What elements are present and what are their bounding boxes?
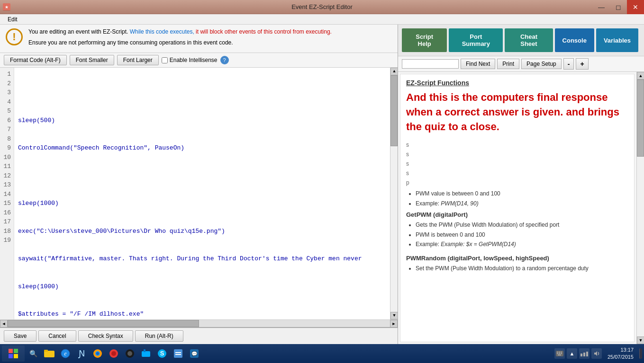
editor-toolbar: Format Code (Alt-F) Font Smaller Font La… bbox=[0, 53, 398, 68]
right-vscroll-down[interactable]: ▼ bbox=[637, 336, 644, 344]
code-line bbox=[18, 171, 386, 181]
right-toolbar: Script Help Port Summary Cheat Sheet Con… bbox=[398, 25, 644, 56]
svg-rect-30 bbox=[559, 353, 560, 354]
menu-edit[interactable]: Edit bbox=[4, 15, 21, 24]
taskbar-skype-icon[interactable]: S bbox=[154, 345, 170, 362]
code-editor[interactable]: 12345 678910 1112131415 16171819 sleep(5… bbox=[0, 68, 398, 319]
svg-rect-32 bbox=[558, 354, 561, 355]
taskbar-app9-icon[interactable] bbox=[171, 345, 186, 362]
vscroll-thumb[interactable] bbox=[390, 75, 398, 146]
menu-bar: Edit bbox=[0, 14, 644, 25]
code-line bbox=[18, 88, 386, 97]
info-button[interactable]: ? bbox=[220, 56, 229, 64]
find-next-button[interactable]: Find Next bbox=[461, 59, 495, 69]
variables-button[interactable]: Variables bbox=[596, 28, 638, 52]
warning-text: You are editing an event with EZ-Script.… bbox=[28, 27, 332, 47]
cheat-sheet-button[interactable]: Cheat Sheet bbox=[505, 28, 553, 52]
run-button[interactable]: Run (Alt-R) bbox=[135, 330, 183, 342]
minimize-button[interactable]: — bbox=[593, 0, 610, 14]
font-smaller-button[interactable]: Font Smaller bbox=[70, 55, 114, 65]
svg-point-11 bbox=[96, 352, 99, 355]
right-vscrollbar[interactable]: ▲ ▼ bbox=[636, 72, 644, 344]
svg-point-15 bbox=[127, 351, 132, 356]
console-button[interactable]: Console bbox=[555, 28, 594, 52]
getpwm-name: GetPWM (digitalPort) bbox=[406, 211, 628, 218]
network-icon[interactable] bbox=[579, 348, 590, 359]
vscroll-down-button[interactable]: ▼ bbox=[390, 312, 398, 319]
highlighted-comment: And this is the computers final response… bbox=[406, 90, 628, 134]
show-desktop-button[interactable] bbox=[639, 348, 642, 359]
zoom-in-button[interactable]: + bbox=[576, 58, 588, 70]
warning-bar: ! You are editing an event with EZ-Scrip… bbox=[0, 25, 398, 53]
clock-time: 13:17 bbox=[608, 346, 634, 354]
line-numbers: 12345 678910 1112131415 16171819 bbox=[0, 68, 14, 319]
format-code-button[interactable]: Format Code (Alt-F) bbox=[4, 55, 67, 65]
taskbar-app3-icon[interactable]: Ɲ bbox=[74, 345, 89, 362]
clock-date: 25/07/2015 bbox=[608, 354, 634, 361]
cancel-button[interactable]: Cancel bbox=[38, 330, 76, 342]
search-input[interactable] bbox=[402, 59, 459, 69]
right-content-area: EZ-Script Functions And this is the comp… bbox=[398, 72, 644, 344]
keyboard-icon[interactable] bbox=[554, 348, 565, 359]
hscroll-right-button[interactable]: ► bbox=[390, 320, 398, 328]
pwmrandom-section: PWMRandom (digitalPort, lowSpeed, highSp… bbox=[406, 255, 628, 273]
save-button[interactable]: Save bbox=[4, 330, 36, 342]
taskbar-firefox-icon[interactable] bbox=[90, 345, 105, 362]
svg-rect-1 bbox=[14, 349, 18, 353]
taskbar-app5-icon[interactable] bbox=[106, 345, 121, 362]
font-larger-button[interactable]: Font Larger bbox=[117, 55, 159, 65]
chevron-up-icon[interactable]: ▲ bbox=[567, 348, 577, 359]
page-setup-button[interactable]: Page Setup bbox=[521, 59, 562, 69]
taskbar-app7-icon[interactable] bbox=[138, 345, 154, 362]
code-hscrollbar[interactable]: ◄ ► bbox=[0, 319, 398, 327]
svg-rect-31 bbox=[561, 353, 562, 354]
main-area: ! You are editing an event with EZ-Scrip… bbox=[0, 25, 644, 344]
warning-line2: Ensure you are not performing any time c… bbox=[28, 38, 332, 47]
vscroll-up-button[interactable]: ▲ bbox=[390, 68, 398, 75]
right-vscroll-track[interactable] bbox=[637, 80, 644, 336]
taskbar-ie-icon[interactable]: e bbox=[58, 345, 73, 362]
code-line: saywait("Affirmative, master. Thats righ… bbox=[18, 254, 386, 264]
pwmrandom-name: PWMRandom (digitalPort, lowSpeed, highSp… bbox=[406, 255, 628, 262]
zoom-out-button[interactable]: - bbox=[563, 58, 574, 70]
hscroll-left-button[interactable]: ◄ bbox=[0, 320, 8, 328]
print-button[interactable]: Print bbox=[497, 59, 519, 69]
window-title: Event EZ-Script Editor bbox=[291, 3, 353, 10]
app-icon: ★ bbox=[3, 3, 10, 11]
svg-rect-16 bbox=[142, 351, 150, 357]
code-area[interactable]: sleep(500) ControlCommand("Speech Recogn… bbox=[14, 68, 390, 319]
hscroll-track[interactable] bbox=[8, 320, 390, 327]
svg-text:S: S bbox=[160, 350, 164, 357]
port-summary-button[interactable]: Port Summary bbox=[449, 28, 503, 52]
script-help-button[interactable]: Script Help bbox=[402, 28, 447, 52]
code-line: exec("C:\Users\steve_000\Pictures\Dr Who… bbox=[18, 227, 386, 236]
pwm-above-bullet2: Example: PWM(D14, 90) bbox=[416, 199, 628, 208]
vscroll-track[interactable] bbox=[390, 75, 398, 312]
start-button[interactable] bbox=[2, 345, 25, 362]
volume-icon[interactable] bbox=[591, 348, 602, 359]
taskbar-search-icon[interactable]: 🔍 bbox=[26, 345, 41, 362]
close-button[interactable]: ✕ bbox=[627, 0, 644, 14]
right-vscroll-thumb[interactable] bbox=[637, 80, 644, 157]
code-vscrollbar[interactable]: ▲ ▼ bbox=[390, 68, 398, 319]
taskbar-right-area: ▲ 13:17 25/07/2015 bbox=[554, 346, 642, 361]
code-line: ControlCommand("Speech Recognition", Pau… bbox=[18, 143, 386, 153]
taskbar-app6-icon[interactable] bbox=[122, 345, 137, 362]
right-vscroll-up[interactable]: ▲ bbox=[637, 72, 644, 80]
restore-button[interactable]: ◻ bbox=[610, 0, 627, 14]
system-clock[interactable]: 13:17 25/07/2015 bbox=[604, 346, 637, 361]
code-line: sleep(1000) bbox=[18, 282, 386, 292]
pwm-above-bullet1: PWM value is between 0 and 100 bbox=[416, 189, 628, 198]
getpwm-bullet2: PWM is between 0 and 100 bbox=[416, 230, 628, 239]
hscroll-thumb[interactable] bbox=[8, 320, 199, 327]
svg-rect-0 bbox=[9, 349, 13, 353]
svg-rect-34 bbox=[583, 353, 585, 356]
svg-rect-27 bbox=[559, 352, 560, 353]
taskbar-file-explorer-icon[interactable] bbox=[42, 345, 57, 362]
intellisense-checkbox[interactable] bbox=[162, 57, 168, 63]
bottom-button-bar: Save Cancel Check Syntax Run (Alt-R) bbox=[0, 327, 398, 344]
taskbar-app10-icon[interactable]: 💬 bbox=[187, 345, 202, 362]
left-panel: ! You are editing an event with EZ-Scrip… bbox=[0, 25, 398, 344]
getpwm-section: GetPWM (digitalPort) Gets the PWM (Pulse… bbox=[406, 211, 628, 249]
check-syntax-button[interactable]: Check Syntax bbox=[78, 330, 133, 342]
